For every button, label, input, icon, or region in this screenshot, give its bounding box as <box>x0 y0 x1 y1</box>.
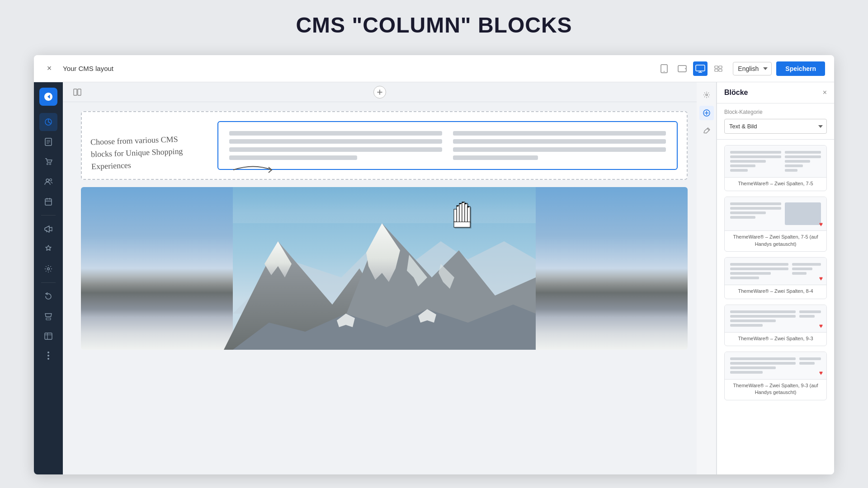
mountain-image-block <box>81 187 688 350</box>
svg-point-12 <box>50 164 51 165</box>
mountain-svg <box>81 187 688 350</box>
toolbar-right: English Speichern <box>733 61 825 76</box>
block-card-1[interactable]: ♥ ThemeWare® – Zwei Spalten, 7-5 (auf Ha… <box>724 197 827 252</box>
blocks-panel-close[interactable]: × <box>823 89 827 97</box>
svg-rect-32 <box>233 187 536 223</box>
svg-rect-19 <box>74 89 77 95</box>
preview-two-col-3 <box>730 310 821 327</box>
block-label-2: ThemeWare® – Zwei Spalten, 8-4 <box>725 285 826 298</box>
preview-two-col-4 <box>730 357 821 374</box>
block-card-2[interactable]: ♥ ThemeWare® – Zwei Spalten, 8-4 <box>724 257 827 299</box>
mobile-view-btn[interactable] <box>657 61 671 76</box>
desktop-view-btn[interactable] <box>693 61 708 76</box>
svg-rect-6 <box>719 66 722 68</box>
sidebar-divider <box>41 215 56 216</box>
preview-two-col-2 <box>730 263 821 279</box>
svg-point-13 <box>46 179 49 182</box>
preview-lines-right-4 <box>799 357 821 374</box>
heart-icon-4[interactable]: ♥ <box>819 369 823 376</box>
sidebar-icon-settings[interactable] <box>39 260 57 278</box>
svg-rect-4 <box>696 65 705 71</box>
col-line-r3 <box>453 147 666 152</box>
block-label-4: ThemeWare® – Zwei Spalten, 9-3 (auf Hand… <box>725 379 826 400</box>
preview-lines-left-4 <box>730 357 796 374</box>
preview-lines-left-3 <box>730 310 796 327</box>
block-category-section: Block-Kategorie Text & Bild <box>717 103 834 140</box>
heart-icon-3[interactable]: ♥ <box>819 322 823 329</box>
blocks-panel-title: Blöcke <box>724 89 748 97</box>
sidebar-icon-refresh[interactable] <box>39 287 57 305</box>
col-line-r2 <box>453 139 666 144</box>
add-block-button[interactable] <box>373 86 386 99</box>
sidebar-icon-marketing[interactable] <box>39 220 57 238</box>
heart-icon-1[interactable]: ♥ <box>819 221 823 228</box>
panel-icons-strip <box>697 82 717 474</box>
svg-point-14 <box>50 179 52 181</box>
sidebar-icon-pages[interactable] <box>39 133 57 151</box>
block-card-3[interactable]: ♥ ThemeWare® – Zwei Spalten, 9-3 <box>724 305 827 346</box>
left-sidebar <box>34 82 63 474</box>
block-preview-1: ♥ <box>725 197 826 230</box>
block-label-3: ThemeWare® – Zwei Spalten, 9-3 <box>725 332 826 346</box>
panel-icon-settings[interactable] <box>699 88 714 102</box>
col-line-1 <box>229 131 442 136</box>
page-title: CMS "COLUMN" BLOCKS <box>0 13 868 38</box>
svg-rect-7 <box>715 69 718 71</box>
preview-two-col-0 <box>730 151 821 172</box>
panel-icon-add-block[interactable] <box>699 106 714 120</box>
sidebar-icon-table[interactable] <box>39 327 57 345</box>
blocks-panel: Blöcke × Block-Kategorie Text & Bild <box>717 82 834 474</box>
two-col-highlighted-block[interactable] <box>217 121 678 170</box>
svg-point-1 <box>664 71 665 72</box>
block-preview-3: ♥ <box>725 305 826 332</box>
canvas-area: Choose from various CMSblocks for Unique… <box>63 82 697 474</box>
sidebar-icon-products[interactable] <box>39 153 57 171</box>
layout-toggle-btn[interactable] <box>70 85 85 99</box>
panel-icon-edit[interactable] <box>699 124 714 138</box>
sidebar-icon-analytics[interactable] <box>39 113 57 131</box>
sidebar-icon-users[interactable] <box>39 173 57 191</box>
preview-lines-right-2 <box>792 263 821 279</box>
canvas-content: Choose from various CMSblocks for Unique… <box>63 102 697 474</box>
col-line-3 <box>229 147 442 152</box>
save-button[interactable]: Speichern <box>776 61 825 76</box>
block-label-0: ThemeWare® – Zwei Spalten, 7-5 <box>725 177 826 191</box>
list-view-btn[interactable] <box>711 61 726 76</box>
svg-rect-15 <box>45 199 52 205</box>
block-preview-4: ♥ <box>725 352 826 379</box>
language-select[interactable]: English <box>733 62 772 75</box>
block-category-label: Block-Kategorie <box>724 109 827 115</box>
svg-point-3 <box>685 68 686 69</box>
svg-point-11 <box>47 164 48 165</box>
tablet-view-btn[interactable] <box>675 61 689 76</box>
sidebar-logo <box>39 88 57 106</box>
svg-rect-17 <box>46 318 51 320</box>
sidebar-icon-plugins[interactable] <box>39 240 57 258</box>
preview-two-col-1 <box>730 202 821 225</box>
canvas-top-bar <box>63 82 697 102</box>
view-controls <box>657 61 726 76</box>
block-card-4[interactable]: ♥ ThemeWare® – Zwei Spalten, 9-3 (auf Ha… <box>724 352 827 400</box>
sidebar-icon-orders[interactable] <box>39 192 57 211</box>
sidebar-icon-shop[interactable] <box>39 307 57 325</box>
block-category-select[interactable]: Text & Bild <box>724 119 827 134</box>
cms-block-dashed: Choose from various CMSblocks for Unique… <box>81 111 688 180</box>
block-card-0[interactable]: ThemeWare® – Zwei Spalten, 7-5 <box>724 145 827 191</box>
svg-rect-20 <box>78 89 81 95</box>
block-preview-0 <box>725 145 826 177</box>
page-title-area: CMS "COLUMN" BLOCKS <box>0 0 868 47</box>
preview-lines-left-1 <box>730 202 781 225</box>
svg-point-16 <box>47 268 50 270</box>
sidebar-more[interactable] <box>47 352 49 360</box>
blocks-panel-header: Blöcke × <box>717 82 834 103</box>
block-label-1: ThemeWare® – Zwei Spalten, 7-5 (auf Hand… <box>725 230 826 251</box>
svg-rect-8 <box>719 69 722 71</box>
main-area: Choose from various CMSblocks for Unique… <box>34 82 834 474</box>
col-line-2 <box>229 139 442 144</box>
right-column <box>453 131 666 160</box>
col-line-r1 <box>453 131 666 136</box>
blocks-list: ThemeWare® – Zwei Spalten, 7-5 <box>717 140 834 474</box>
heart-icon-2[interactable]: ♥ <box>819 275 823 282</box>
close-button[interactable]: × <box>43 62 56 75</box>
layout-title: Your CMS layout <box>63 65 650 72</box>
